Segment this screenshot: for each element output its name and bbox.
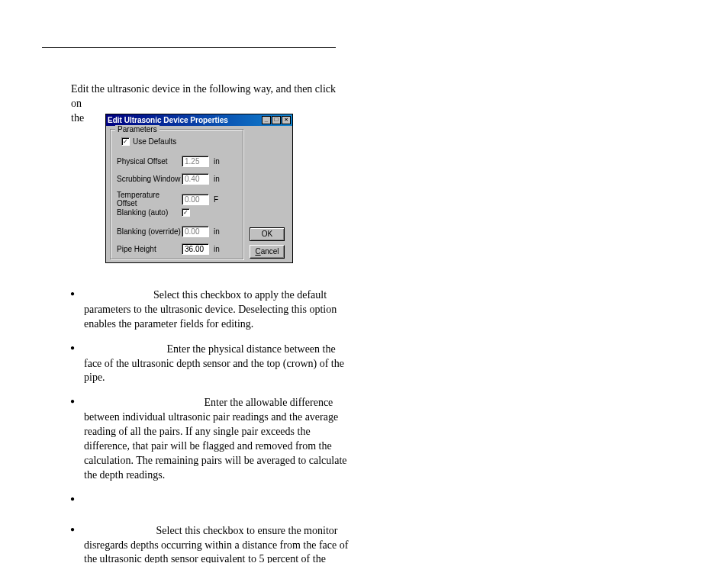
scrubbing-window-input[interactable]: 0.40 (182, 173, 209, 185)
close-icon[interactable]: × (282, 116, 291, 124)
bullet-list: Select this checkbox to apply the defaul… (70, 288, 349, 563)
dialog-title: Edit Ultrasonic Device Properties (108, 116, 228, 124)
blanking-auto-label: Blanking (auto) (117, 208, 182, 217)
blanking-override-row: Blanking (override) 0.00 in (117, 226, 220, 237)
parameters-group: Parameters ✓ Use Defaults Physical Offse… (110, 129, 244, 260)
bullet-use-defaults: Select this checkbox to apply the defaul… (84, 288, 349, 332)
intro-line2-prefix: the (71, 112, 84, 124)
bullet-text: Enter the allowable difference between i… (84, 397, 347, 480)
scrubbing-window-unit: in (214, 175, 220, 183)
bullet-indent (84, 397, 205, 408)
blanking-override-input[interactable]: 0.00 (182, 226, 209, 237)
bullet-empty (84, 494, 349, 513)
minimize-icon[interactable]: _ (262, 116, 271, 124)
cancel-underline: C (255, 247, 260, 256)
physical-offset-input[interactable]: 1.25 (182, 156, 209, 167)
scrubbing-window-row: Scrubbing Window 0.40 in (117, 173, 220, 185)
temperature-offset-input[interactable]: 0.00 (182, 194, 209, 205)
bullet-physical-offset: Enter the physical distance between the … (84, 343, 349, 386)
bullet-indent (84, 289, 153, 301)
bullet-scrubbing-window: Enter the allowable difference between i… (84, 396, 349, 482)
blanking-override-unit: in (214, 227, 220, 236)
use-defaults-row: ✓ Use Defaults (121, 137, 176, 146)
pipe-height-unit: in (214, 245, 220, 253)
use-defaults-checkbox[interactable]: ✓ (121, 137, 130, 146)
pipe-height-label: Pipe Height (117, 245, 182, 253)
pipe-height-row: Pipe Height 36.00 in (117, 243, 220, 255)
group-label: Parameters (115, 125, 159, 134)
bullet-indent (84, 525, 156, 536)
temperature-offset-label: Temperature Offset (117, 191, 182, 208)
edit-ultrasonic-dialog: Edit Ultrasonic Device Properties _ □ × … (105, 114, 293, 263)
blanking-auto-row: Blanking (auto) ✓ (117, 208, 193, 217)
maximize-icon[interactable]: □ (272, 116, 281, 124)
temperature-offset-row: Temperature Offset 0.00 F (117, 191, 218, 208)
pipe-height-input[interactable]: 36.00 (182, 243, 209, 255)
ok-button[interactable]: OK (250, 227, 285, 241)
cancel-rest: ancel (261, 247, 279, 256)
use-defaults-label: Use Defaults (133, 137, 176, 146)
physical-offset-unit: in (214, 157, 220, 166)
bullet-blanking-auto: Select this checkbox to ensure the monit… (84, 524, 349, 563)
dialog-titlebar[interactable]: Edit Ultrasonic Device Properties _ □ × (106, 114, 292, 126)
physical-offset-label: Physical Offset (117, 157, 182, 166)
bullet-indent (84, 343, 167, 355)
physical-offset-row: Physical Offset 1.25 in (117, 156, 220, 167)
temperature-offset-unit: F (214, 195, 218, 204)
cancel-button[interactable]: Cancel (250, 245, 285, 259)
scrubbing-window-label: Scrubbing Window (117, 175, 182, 183)
blanking-override-label: Blanking (override) (117, 227, 182, 236)
blanking-auto-checkbox[interactable]: ✓ (182, 208, 190, 217)
header-rule (42, 47, 336, 48)
intro-line1: Edit the ultrasonic device in the follow… (71, 83, 336, 109)
